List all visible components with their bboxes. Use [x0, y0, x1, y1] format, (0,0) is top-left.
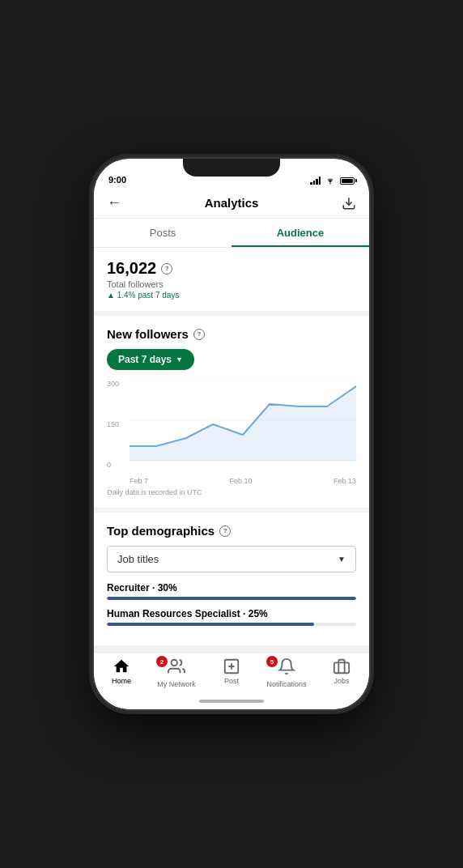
demo-bar-fill-recruiter [107, 597, 356, 600]
screen: ← Analytics Posts Audience [94, 188, 369, 709]
chart-y-labels: 300 150 0 [107, 380, 122, 469]
back-button[interactable]: ← [107, 194, 121, 211]
notifications-badge: 5 [266, 656, 278, 667]
demo-item-recruiter: Recruiter · 30% [107, 582, 356, 600]
svg-marker-5 [130, 386, 356, 461]
nav-label-notifications: Notifications [266, 680, 306, 688]
period-filter-button[interactable]: Past 7 days ▼ [107, 349, 194, 370]
home-indicator [199, 700, 264, 703]
network-icon [168, 657, 185, 675]
y-label-300: 300 [107, 380, 119, 388]
jobs-icon [333, 657, 350, 675]
followers-chart: 300 150 0 [107, 380, 356, 485]
chart-svg-area [130, 380, 356, 469]
new-followers-title: New followers ? [107, 327, 356, 341]
demo-bar-fill-hr-specialist [107, 623, 314, 626]
svg-rect-10 [334, 662, 349, 673]
phone-notch [183, 159, 280, 177]
demo-bar-bg-recruiter [107, 597, 356, 600]
post-icon [223, 657, 240, 675]
follower-number: 16,022 [107, 259, 156, 278]
chart-line [130, 380, 356, 469]
battery-icon [340, 177, 355, 185]
demo-item-hr-specialist: Human Resources Specialist · 25% [107, 608, 356, 626]
growth-indicator: ▲ 1.4% past 7 days [107, 291, 356, 300]
tab-posts[interactable]: Posts [94, 219, 232, 247]
network-badge: 2 [156, 656, 168, 667]
demo-bar-bg-hr-specialist [107, 623, 356, 626]
nav-label-post: Post [224, 677, 239, 685]
signal-icon [310, 177, 321, 185]
nav-item-network[interactable]: 2 My Network [149, 657, 204, 688]
demographics-title: Top demographics ? [107, 524, 356, 538]
nav-item-post[interactable]: Post [204, 657, 259, 688]
nav-label-network: My Network [157, 680, 196, 688]
svg-point-6 [172, 660, 177, 666]
nav-label-jobs: Jobs [333, 677, 349, 685]
follower-label: Total followers [107, 279, 356, 289]
download-button[interactable] [342, 196, 356, 211]
x-label-feb13: Feb 13 [333, 477, 356, 485]
x-label-feb10: Feb 10 [229, 477, 252, 485]
demographics-dropdown[interactable]: Job titles ▼ [107, 546, 356, 572]
follower-info-icon[interactable]: ? [161, 263, 172, 274]
tab-bar: Posts Audience [94, 219, 369, 248]
page-title: Analytics [205, 196, 259, 210]
status-time: 9:00 [108, 175, 126, 185]
nav-item-jobs[interactable]: Jobs [314, 657, 369, 688]
demographics-section: Top demographics ? Job titles ▼ Recruite… [94, 513, 369, 645]
new-followers-section: New followers ? Past 7 days ▼ 300 150 0 [94, 316, 369, 508]
wifi-icon [325, 177, 335, 185]
bottom-nav: Home 2 My Network [94, 652, 369, 700]
follower-count-row: 16,022 ? [107, 259, 356, 278]
notifications-icon [278, 657, 295, 675]
chart-x-labels: Feb 7 Feb 10 Feb 13 [130, 477, 356, 485]
tab-audience[interactable]: Audience [232, 219, 369, 247]
chart-note: Daily data is recorded in UTC [107, 488, 356, 496]
x-label-feb7: Feb 7 [130, 477, 148, 485]
nav-item-home[interactable]: Home [94, 657, 149, 688]
demo-label-hr-specialist: Human Resources Specialist · 25% [107, 608, 356, 619]
new-followers-info-icon[interactable]: ? [193, 329, 205, 340]
home-icon [113, 657, 130, 675]
content-area: 16,022 ? Total followers ▲ 1.4% past 7 d… [94, 248, 369, 652]
top-nav: ← Analytics [94, 188, 369, 219]
chevron-down-icon: ▼ [176, 355, 183, 364]
demographics-info-icon[interactable]: ? [219, 525, 231, 537]
follower-stats-section: 16,022 ? Total followers ▲ 1.4% past 7 d… [94, 248, 369, 311]
phone-frame: 9:00 [94, 159, 369, 709]
svg-point-0 [329, 183, 331, 185]
demo-label-recruiter: Recruiter · 30% [107, 582, 356, 594]
nav-label-home: Home [112, 677, 131, 685]
y-label-0: 0 [107, 461, 119, 469]
status-icons [310, 177, 355, 185]
dropdown-label: Job titles [117, 553, 159, 565]
dropdown-arrow-icon: ▼ [338, 555, 346, 564]
nav-item-notifications[interactable]: 5 Notifications [259, 657, 314, 688]
y-label-150: 150 [107, 420, 119, 428]
